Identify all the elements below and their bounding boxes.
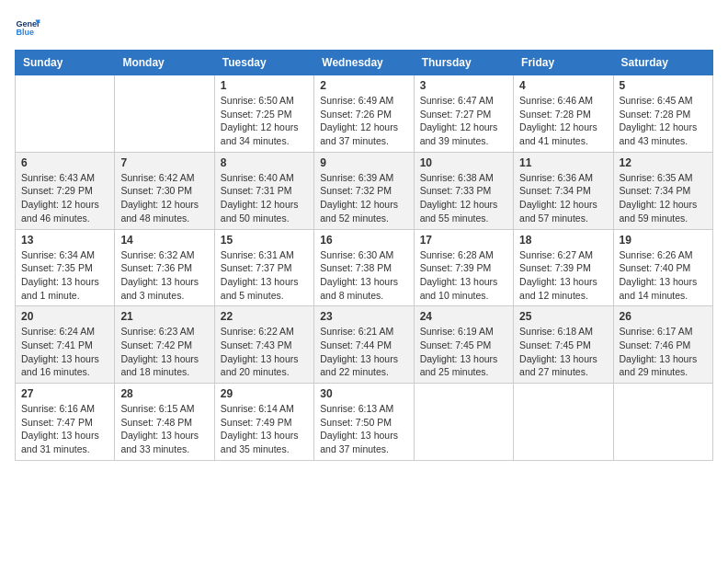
day-info: Sunrise: 6:18 AMSunset: 7:45 PMDaylight:… [519,325,607,379]
day-number: 20 [21,310,108,323]
calendar-cell: 25 Sunrise: 6:18 AMSunset: 7:45 PMDaylig… [514,306,613,384]
calendar-week-row: 1 Sunrise: 6:50 AMSunset: 7:25 PMDayligh… [16,75,713,153]
day-info: Sunrise: 6:35 AMSunset: 7:34 PMDaylight:… [620,171,707,225]
calendar-cell: 23 Sunrise: 6:21 AMSunset: 7:44 PMDaylig… [314,306,414,384]
day-info: Sunrise: 6:16 AMSunset: 7:47 PMDaylight:… [21,402,108,456]
day-number: 6 [21,156,108,169]
day-number: 22 [221,310,308,323]
calendar-cell: 6 Sunrise: 6:43 AMSunset: 7:29 PMDayligh… [16,152,115,229]
day-info: Sunrise: 6:49 AMSunset: 7:26 PMDaylight:… [320,94,407,148]
calendar-cell: 14 Sunrise: 6:32 AMSunset: 7:36 PMDaylig… [115,229,214,306]
day-info: Sunrise: 6:27 AMSunset: 7:39 PMDaylight:… [519,248,607,303]
day-info: Sunrise: 6:34 AMSunset: 7:35 PMDaylight:… [21,248,108,303]
calendar-cell [115,75,214,153]
day-number: 24 [420,310,507,323]
calendar-cell: 30 Sunrise: 6:13 AMSunset: 7:50 PMDaylig… [314,384,414,461]
day-number: 30 [320,387,407,400]
calendar-cell: 2 Sunrise: 6:49 AMSunset: 7:26 PMDayligh… [314,75,414,153]
day-info: Sunrise: 6:36 AMSunset: 7:34 PMDaylight:… [519,171,607,225]
logo: General Blue [15,15,44,40]
day-info: Sunrise: 6:21 AMSunset: 7:44 PMDaylight:… [320,325,407,379]
calendar-cell: 27 Sunrise: 6:16 AMSunset: 7:47 PMDaylig… [16,384,115,461]
day-info: Sunrise: 6:19 AMSunset: 7:45 PMDaylight:… [420,325,507,379]
weekday-header-sunday: Sunday [16,51,115,75]
weekday-header-row: SundayMondayTuesdayWednesdayThursdayFrid… [16,51,713,75]
page-header: General Blue [15,15,713,40]
calendar-cell: 13 Sunrise: 6:34 AMSunset: 7:35 PMDaylig… [16,229,115,306]
calendar-cell: 4 Sunrise: 6:46 AMSunset: 7:28 PMDayligh… [514,75,613,153]
day-info: Sunrise: 6:32 AMSunset: 7:36 PMDaylight:… [120,248,208,303]
calendar-cell: 7 Sunrise: 6:42 AMSunset: 7:30 PMDayligh… [115,152,214,229]
calendar-cell: 24 Sunrise: 6:19 AMSunset: 7:45 PMDaylig… [414,306,513,384]
day-number: 28 [120,387,208,400]
day-number: 14 [120,234,208,247]
weekday-header-friday: Friday [514,51,613,75]
calendar-cell: 28 Sunrise: 6:15 AMSunset: 7:48 PMDaylig… [115,384,214,461]
calendar-cell: 22 Sunrise: 6:22 AMSunset: 7:43 PMDaylig… [214,306,313,384]
weekday-header-tuesday: Tuesday [214,51,313,75]
calendar-cell [514,384,613,461]
day-number: 4 [519,79,607,92]
day-number: 8 [221,156,308,169]
day-info: Sunrise: 6:13 AMSunset: 7:50 PMDaylight:… [320,402,407,456]
day-number: 13 [21,234,108,247]
calendar-week-row: 13 Sunrise: 6:34 AMSunset: 7:35 PMDaylig… [16,229,713,306]
day-number: 12 [620,156,707,169]
calendar-cell: 8 Sunrise: 6:40 AMSunset: 7:31 PMDayligh… [214,152,313,229]
day-number: 7 [120,156,208,169]
calendar-cell: 20 Sunrise: 6:24 AMSunset: 7:41 PMDaylig… [16,306,115,384]
calendar-cell: 16 Sunrise: 6:30 AMSunset: 7:38 PMDaylig… [314,229,414,306]
day-number: 18 [519,234,607,247]
day-info: Sunrise: 6:45 AMSunset: 7:28 PMDaylight:… [620,94,707,148]
day-info: Sunrise: 6:38 AMSunset: 7:33 PMDaylight:… [420,171,507,225]
day-number: 25 [519,310,607,323]
calendar-cell: 11 Sunrise: 6:36 AMSunset: 7:34 PMDaylig… [514,152,613,229]
day-info: Sunrise: 6:43 AMSunset: 7:29 PMDaylight:… [21,171,108,225]
day-info: Sunrise: 6:39 AMSunset: 7:32 PMDaylight:… [320,171,407,225]
day-number: 21 [120,310,208,323]
logo-icon: General Blue [15,15,40,40]
calendar-cell: 10 Sunrise: 6:38 AMSunset: 7:33 PMDaylig… [414,152,513,229]
day-number: 1 [221,79,308,92]
day-number: 5 [620,79,707,92]
calendar-week-row: 27 Sunrise: 6:16 AMSunset: 7:47 PMDaylig… [16,384,713,461]
svg-text:Blue: Blue [16,28,34,37]
weekday-header-monday: Monday [115,51,214,75]
day-info: Sunrise: 6:42 AMSunset: 7:30 PMDaylight:… [120,171,208,225]
day-info: Sunrise: 6:24 AMSunset: 7:41 PMDaylight:… [21,325,108,379]
day-number: 23 [320,310,407,323]
day-info: Sunrise: 6:14 AMSunset: 7:49 PMDaylight:… [221,402,308,456]
calendar-cell [16,75,115,153]
day-info: Sunrise: 6:50 AMSunset: 7:25 PMDaylight:… [221,94,308,148]
day-number: 2 [320,79,407,92]
day-info: Sunrise: 6:30 AMSunset: 7:38 PMDaylight:… [320,248,407,303]
day-number: 19 [620,234,707,247]
weekday-header-thursday: Thursday [414,51,513,75]
calendar-cell: 29 Sunrise: 6:14 AMSunset: 7:49 PMDaylig… [214,384,313,461]
day-info: Sunrise: 6:26 AMSunset: 7:40 PMDaylight:… [620,248,707,303]
calendar-cell: 3 Sunrise: 6:47 AMSunset: 7:27 PMDayligh… [414,75,513,153]
day-number: 11 [519,156,607,169]
day-info: Sunrise: 6:22 AMSunset: 7:43 PMDaylight:… [221,325,308,379]
calendar-cell: 5 Sunrise: 6:45 AMSunset: 7:28 PMDayligh… [613,75,712,153]
calendar-cell: 21 Sunrise: 6:23 AMSunset: 7:42 PMDaylig… [115,306,214,384]
day-number: 29 [221,387,308,400]
day-number: 27 [21,387,108,400]
calendar-cell [613,384,712,461]
day-number: 10 [420,156,507,169]
weekday-header-saturday: Saturday [613,51,712,75]
day-info: Sunrise: 6:17 AMSunset: 7:46 PMDaylight:… [620,325,707,379]
calendar-cell [414,384,513,461]
calendar-week-row: 20 Sunrise: 6:24 AMSunset: 7:41 PMDaylig… [16,306,713,384]
day-number: 17 [420,234,507,247]
calendar-cell: 15 Sunrise: 6:31 AMSunset: 7:37 PMDaylig… [214,229,313,306]
calendar-cell: 12 Sunrise: 6:35 AMSunset: 7:34 PMDaylig… [613,152,712,229]
calendar-cell: 26 Sunrise: 6:17 AMSunset: 7:46 PMDaylig… [613,306,712,384]
day-number: 26 [620,310,707,323]
day-number: 9 [320,156,407,169]
calendar-week-row: 6 Sunrise: 6:43 AMSunset: 7:29 PMDayligh… [16,152,713,229]
day-info: Sunrise: 6:15 AMSunset: 7:48 PMDaylight:… [120,402,208,456]
day-info: Sunrise: 6:28 AMSunset: 7:39 PMDaylight:… [420,248,507,303]
day-info: Sunrise: 6:46 AMSunset: 7:28 PMDaylight:… [519,94,607,148]
day-number: 15 [221,234,308,247]
